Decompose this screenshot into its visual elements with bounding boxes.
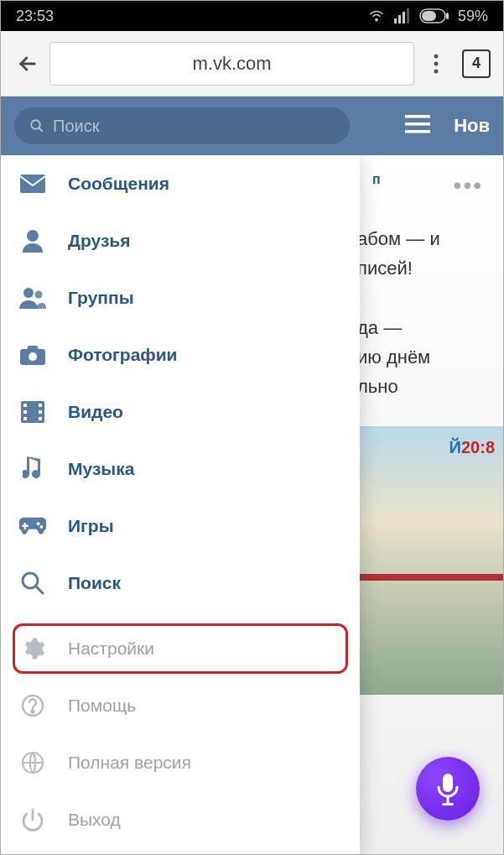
search-icon [19,570,46,597]
url-text: m.vk.com [192,53,271,75]
menu-label: Настройки [68,639,154,659]
help-icon [19,692,46,719]
feed-behind-panel: п ••• абом — и писей! да — ию днём льно … [352,155,503,855]
svg-rect-2 [398,15,401,23]
vk-header: Поиск Нов [1,96,503,155]
menu-item-games[interactable]: Игры [1,498,360,555]
svg-point-30 [39,525,43,529]
menu-item-logout[interactable]: Выход [1,791,360,848]
svg-rect-1 [394,18,397,23]
envelope-icon [19,170,46,197]
tab-count-badge: 4 [462,50,491,78]
svg-point-19 [29,352,37,361]
svg-point-18 [35,291,43,299]
svg-rect-26 [39,417,42,420]
menu-item-friends[interactable]: Друзья [1,212,360,269]
svg-point-9 [434,61,439,65]
search-icon [29,118,44,133]
svg-rect-13 [405,123,430,126]
menu-label: Музыка [68,459,134,479]
people-icon [19,284,46,311]
svg-rect-28 [22,525,29,527]
svg-rect-7 [446,13,449,19]
svg-point-10 [434,69,439,73]
svg-rect-25 [39,410,42,414]
menu-label: Поиск [68,573,121,593]
hamburger-icon [405,115,430,133]
svg-rect-35 [443,774,453,792]
svg-rect-3 [403,12,405,23]
voice-fab[interactable] [416,757,480,821]
camera-icon [19,341,46,368]
browser-toolbar: m.vk.com 4 [1,31,503,96]
status-time: 23:53 [16,8,54,25]
menu-label: Игры [68,516,114,536]
svg-point-33 [32,711,34,713]
menu-item-help[interactable]: Помощь [1,677,360,734]
globe-icon [19,749,46,776]
microphone-icon [435,772,460,805]
svg-point-0 [376,18,377,20]
gamepad-icon [19,513,46,540]
menu-item-search[interactable]: Поиск [1,555,360,612]
browser-back-button[interactable] [9,45,46,82]
feed-text: абом — и писей! да — ию днём льно [352,224,503,401]
svg-point-29 [37,522,40,525]
menu-item-messages[interactable]: Сообщения [1,155,360,212]
gear-icon [19,635,46,662]
svg-point-17 [23,288,34,298]
highlight-ring [13,623,348,674]
battery-percent: 59% [458,8,488,25]
menu-item-music[interactable]: Музыка [1,441,360,498]
page-title: Нов [454,115,490,137]
wifi-icon [367,8,386,23]
menu-label: Выход [68,810,121,830]
menu-item-settings[interactable]: Настройки [1,620,360,677]
arrow-left-icon [16,52,39,76]
menu-label: Друзья [68,231,131,251]
svg-point-11 [31,120,40,129]
svg-point-16 [27,230,39,242]
music-note-icon [19,456,46,482]
svg-rect-23 [23,417,27,420]
film-icon [19,399,46,425]
menu-label: Группы [68,288,134,308]
image-year-badge: Й20:8 [449,438,495,457]
person-icon [19,227,46,254]
svg-rect-21 [23,404,27,407]
svg-rect-4 [407,8,409,23]
menu-label: Фотографии [68,345,178,365]
post-more-icon[interactable]: ••• [454,172,483,199]
menu-item-full-version[interactable]: Полная версия [1,734,360,791]
menu-item-videos[interactable]: Видео [1,383,360,441]
menu-item-groups[interactable]: Группы [1,269,360,326]
svg-rect-6 [422,11,436,21]
svg-rect-36 [447,797,449,804]
svg-rect-12 [405,115,430,118]
phone-status-bar: 23:53 59% [1,1,503,31]
svg-rect-15 [20,175,45,193]
kebab-icon [434,54,439,74]
battery-icon [419,8,449,23]
svg-rect-37 [442,803,454,805]
svg-rect-24 [39,404,42,407]
menu-item-photos[interactable]: Фотографии [1,326,360,383]
menu-label: Помощь [68,696,136,716]
search-input[interactable]: Поиск [14,107,350,144]
status-icons: 59% [367,8,488,25]
power-icon [19,806,46,833]
svg-rect-22 [23,410,27,414]
menu-label: Видео [68,402,123,422]
menu-label: Полная версия [68,753,191,773]
menu-toggle-button[interactable] [405,115,430,137]
feed-image[interactable]: Й20:8 [352,426,503,695]
tabs-button[interactable]: 4 [458,45,495,82]
feed-snippet: п [372,172,381,199]
browser-menu-button[interactable] [418,45,455,82]
search-placeholder: Поиск [53,117,99,136]
svg-point-8 [434,54,439,58]
signal-icon [394,8,411,23]
side-menu: Сообщения Друзья Группы Фотографии Видео… [1,155,360,855]
url-bar[interactable]: m.vk.com [49,42,414,86]
svg-rect-14 [405,130,430,133]
